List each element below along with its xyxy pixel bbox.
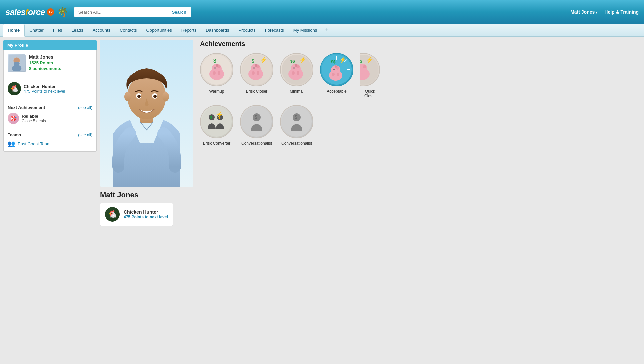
achievement-label-conversationalist-1: Conversationalist	[241, 141, 272, 146]
achievement-circle-minimal: $$ ⚡	[280, 53, 313, 86]
next-achievement-badge: 🎯	[8, 113, 19, 124]
svg-text:⚡: ⚡	[366, 56, 373, 64]
profile-info: Matt Jones 1525 Points 8 achievements	[29, 54, 92, 71]
achievements-row-1: $ Warmup	[200, 53, 641, 98]
achievement-acceptable: $$ ⚡ Acceptable	[320, 53, 353, 98]
achievement-circle-quick-closer: $$ ⚡	[360, 53, 380, 86]
svg-text:$: $	[210, 116, 212, 119]
logo: salesforce	[5, 7, 45, 17]
svg-text:$: $	[255, 114, 257, 120]
user-name-dropdown[interactable]: Matt Jones	[570, 9, 598, 15]
profile-achievements: 8 achievements	[29, 66, 92, 71]
svg-point-21	[218, 71, 220, 75]
nav-item-reports[interactable]: Reports	[177, 24, 201, 36]
level-section: 🐔 Chicken Hunter 475 Points to next leve…	[8, 82, 92, 100]
center-area: Matt Jones 🐔 Chicken Hunter 475 Points t…	[100, 40, 641, 361]
team-icon: 👥	[8, 140, 15, 147]
level-card-points: 475 Points to next level	[124, 215, 168, 219]
nav-item-accounts[interactable]: Accounts	[88, 24, 115, 36]
svg-text:⚡: ⚡	[260, 56, 267, 64]
sidebar: My Profile Matt Jones 1525	[3, 40, 97, 361]
search-button[interactable]: Search	[167, 7, 191, 17]
achievement-conversationalist-1: $ Conversationalist	[240, 105, 273, 146]
svg-point-31	[253, 67, 255, 69]
sidebar-header: My Profile	[3, 40, 97, 50]
svg-text:⚡: ⚡	[339, 56, 347, 64]
svg-text:$: $	[252, 58, 254, 64]
team-item: 👥 East Coast Team	[8, 140, 92, 147]
nav-item-opportunities[interactable]: Opportunities	[141, 24, 176, 36]
svg-point-52	[332, 73, 335, 76]
svg-rect-32	[255, 64, 257, 67]
logo-badge: 12	[47, 8, 54, 16]
nav-item-products[interactable]: Products	[234, 24, 260, 36]
achievement-label-brisk-converter: Brisk Converter	[203, 141, 231, 146]
achievements-panel: Achievements	[200, 40, 641, 146]
svg-text:$$: $$	[331, 60, 336, 64]
hero-photo	[100, 40, 193, 187]
nav-item-my-missions[interactable]: My Missions	[289, 24, 322, 36]
svg-text:⚡: ⚡	[216, 111, 223, 118]
svg-point-54	[333, 69, 335, 70]
level-info: Chicken Hunter 475 Points to next level	[24, 84, 65, 94]
svg-point-70	[242, 107, 272, 137]
profile-name: Matt Jones	[29, 54, 92, 60]
svg-point-20	[213, 71, 216, 75]
palm-icon: 🌴	[57, 7, 69, 18]
next-achievement-info: Reliable Close 5 deals	[22, 114, 46, 123]
teams-title: Teams	[8, 132, 21, 137]
svg-point-41	[293, 67, 295, 69]
search-area: Search	[74, 7, 201, 17]
svg-text:⚡: ⚡	[299, 56, 307, 64]
level-icon: 🐔	[8, 82, 21, 95]
sidebar-body: Matt Jones 1525 Points 8 achievements 🐔 …	[3, 50, 97, 152]
achievement-label-warmup: Warmup	[209, 89, 224, 94]
svg-text:$: $	[295, 114, 297, 120]
achievement-circle-conversationalist-1: $	[240, 105, 273, 138]
profile-points: 1525 Points	[29, 60, 92, 65]
logo-area: salesforce 12 🌴	[5, 7, 69, 18]
next-achievement-desc: Close 5 deals	[22, 119, 46, 123]
nav-item-forecasts[interactable]: Forecasts	[260, 24, 289, 36]
level-card-icon: 🐔	[105, 207, 120, 222]
achievement-circle-brisk-converter: $ $ ⚡	[200, 105, 233, 138]
profile-section: Matt Jones 1525 Points 8 achievements	[8, 54, 92, 77]
svg-text:$$: $$	[290, 59, 295, 64]
nav-item-leads[interactable]: Leads	[67, 24, 88, 36]
svg-point-14	[124, 92, 131, 101]
achievement-label-minimal: Minimal	[290, 89, 303, 94]
achievement-circle-brisk-closer: $ ⚡	[240, 53, 273, 86]
nav-add-button[interactable]: +	[322, 24, 332, 36]
profile-hero: Matt Jones 🐔 Chicken Hunter 475 Points t…	[100, 40, 641, 226]
svg-point-22	[214, 67, 216, 69]
nav-item-dashboards[interactable]: Dashboards	[201, 24, 234, 36]
help-link[interactable]: Help & Training	[604, 9, 639, 15]
svg-rect-55	[335, 65, 337, 68]
team-name[interactable]: East Coast Team	[18, 141, 51, 146]
svg-text:$$: $$	[360, 59, 362, 64]
achievement-brisk-converter: $ $ ⚡ Brisk Converter	[200, 105, 233, 146]
svg-point-39	[292, 71, 295, 75]
achievements-row-2: $ $ ⚡ Brisk Converter	[200, 105, 641, 146]
search-input[interactable]	[74, 7, 167, 17]
main-content: My Profile Matt Jones 1525	[0, 37, 644, 364]
svg-point-40	[297, 71, 299, 75]
level-card-name: Chicken Hunter	[124, 209, 168, 215]
hero-photo-column: Matt Jones 🐔 Chicken Hunter 475 Points t…	[100, 40, 193, 226]
hero-name: Matt Jones	[100, 191, 138, 199]
nav-item-files[interactable]: Files	[48, 24, 67, 36]
svg-point-61	[363, 65, 366, 68]
svg-rect-42	[295, 64, 297, 67]
teams-see-all[interactable]: (see all)	[78, 133, 92, 137]
nav-item-home[interactable]: Home	[3, 24, 25, 37]
teams-header: Teams (see all)	[8, 132, 92, 137]
svg-point-4	[14, 62, 20, 66]
level-card-info: Chicken Hunter 475 Points to next level	[124, 209, 168, 219]
nav-item-chatter[interactable]: Chatter	[25, 24, 48, 36]
achievement-label-acceptable: Acceptable	[327, 89, 346, 94]
nav-bar: Home Chatter Files Leads Accounts Contac…	[0, 24, 644, 37]
achievement-label-conversationalist-2: Conversationalist	[281, 141, 312, 146]
next-achievement-see-all[interactable]: (see all)	[78, 105, 92, 110]
nav-item-contacts[interactable]: Contacts	[115, 24, 141, 36]
avatar	[8, 54, 26, 72]
